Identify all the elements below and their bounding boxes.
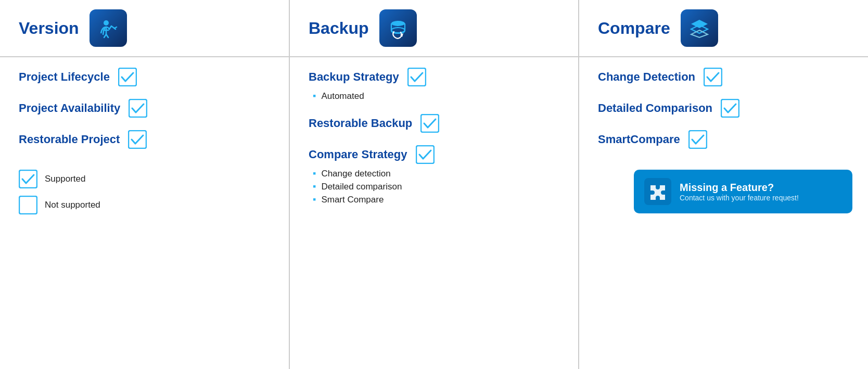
project-lifecycle-label: Project Lifecycle <box>19 70 110 84</box>
backup-strategy-bullets: Automated <box>313 91 563 101</box>
change-detection-check <box>704 68 722 86</box>
restorable-project-label: Restorable Project <box>19 133 120 146</box>
detailed-comparison-label: Detailed Comparison <box>598 101 712 115</box>
version-header: Version <box>0 0 289 57</box>
bullet-automated: Automated <box>313 91 563 101</box>
project-availability-label: Project Availability <box>19 101 120 115</box>
backup-strategy-check <box>407 68 426 86</box>
bullet-change-detection: Change detection <box>313 168 563 179</box>
missing-feature-title: Missing a Feature? <box>680 182 799 194</box>
database-icon <box>387 17 410 40</box>
backup-strategy-label: Backup Strategy <box>309 70 399 84</box>
compare-icon-box <box>681 9 718 47</box>
detailed-comparison-row: Detailed Comparison <box>598 99 852 118</box>
svg-rect-11 <box>19 196 37 214</box>
compare-strategy-label: Compare Strategy <box>309 148 407 161</box>
restorable-backup-row: Restorable Backup <box>309 114 563 133</box>
missing-feature-subtitle: Contact us with your feature request! <box>680 194 799 202</box>
project-availability-row: Project Availability <box>19 99 273 118</box>
compare-body: Change Detection Detailed Comparison Sma… <box>579 57 868 369</box>
change-detection-label: Change Detection <box>598 70 695 84</box>
project-lifecycle-check <box>118 68 137 86</box>
bullet-detailed-comparison: Detailed comparison <box>313 181 563 192</box>
legend-not-supported: Not supported <box>19 196 273 214</box>
missing-feature-banner[interactable]: Missing a Feature? Contact us with your … <box>634 170 852 213</box>
compare-title: Compare <box>598 19 670 38</box>
puzzle-icon <box>644 178 671 205</box>
project-availability-check <box>129 99 147 118</box>
svg-marker-4 <box>691 20 708 28</box>
legend-not-supported-label: Not supported <box>45 200 100 210</box>
backup-header: Backup <box>289 0 579 57</box>
smart-compare-check <box>688 130 707 149</box>
layers-icon <box>688 17 711 40</box>
compare-header: Compare <box>579 0 868 57</box>
smart-compare-label: SmartCompare <box>598 133 680 146</box>
legend-supported: Supported <box>19 170 273 188</box>
compare-strategy-check <box>416 145 435 164</box>
legend-supported-check <box>19 170 37 188</box>
version-icon-box <box>90 9 127 47</box>
backup-icon-box <box>379 9 417 47</box>
detailed-comparison-check <box>721 99 739 118</box>
project-lifecycle-row: Project Lifecycle <box>19 68 273 86</box>
legend-section: Supported Not supported <box>19 170 273 214</box>
missing-feature-text: Missing a Feature? Contact us with your … <box>680 182 799 202</box>
backup-body: Backup Strategy Automated Restorable Bac… <box>289 57 579 369</box>
legend-not-supported-check <box>19 196 37 214</box>
svg-point-1 <box>391 21 405 26</box>
version-body: Project Lifecycle Project Availability R… <box>0 57 289 369</box>
version-title: Version <box>19 19 79 38</box>
change-detection-row: Change Detection <box>598 68 852 86</box>
compare-strategy-row: Compare Strategy <box>309 145 563 164</box>
restorable-project-row: Restorable Project <box>19 130 273 149</box>
restorable-backup-label: Restorable Backup <box>309 117 412 130</box>
restorable-backup-check <box>420 114 439 133</box>
legend-supported-label: Supported <box>45 174 85 184</box>
compare-strategy-bullets: Change detection Detailed comparison Sma… <box>313 168 563 205</box>
restorable-project-check <box>128 130 147 149</box>
backup-title: Backup <box>309 19 369 38</box>
person-icon <box>97 17 120 40</box>
svg-point-0 <box>104 20 109 26</box>
backup-strategy-row: Backup Strategy <box>309 68 563 86</box>
smart-compare-row: SmartCompare <box>598 130 852 149</box>
bullet-smart-compare: Smart Compare <box>313 194 563 205</box>
